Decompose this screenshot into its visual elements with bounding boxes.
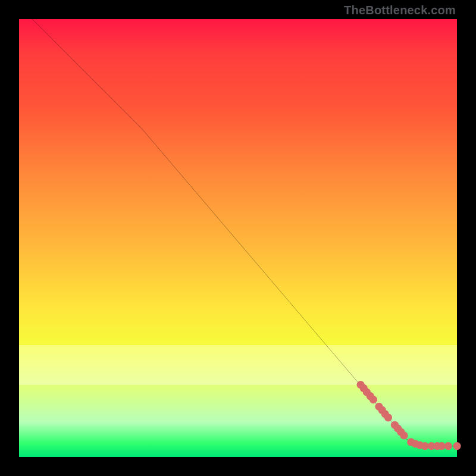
plot-area bbox=[19, 19, 457, 457]
data-point bbox=[444, 442, 452, 450]
data-point bbox=[384, 414, 392, 421]
chart-svg bbox=[19, 19, 457, 457]
chart-stage: TheBottleneck.com bbox=[0, 0, 476, 476]
chart-line bbox=[32, 19, 457, 446]
data-point bbox=[453, 442, 461, 450]
chart-markers bbox=[356, 381, 461, 450]
data-point bbox=[369, 396, 377, 403]
attribution-text: TheBottleneck.com bbox=[344, 4, 456, 17]
data-point bbox=[400, 431, 408, 439]
